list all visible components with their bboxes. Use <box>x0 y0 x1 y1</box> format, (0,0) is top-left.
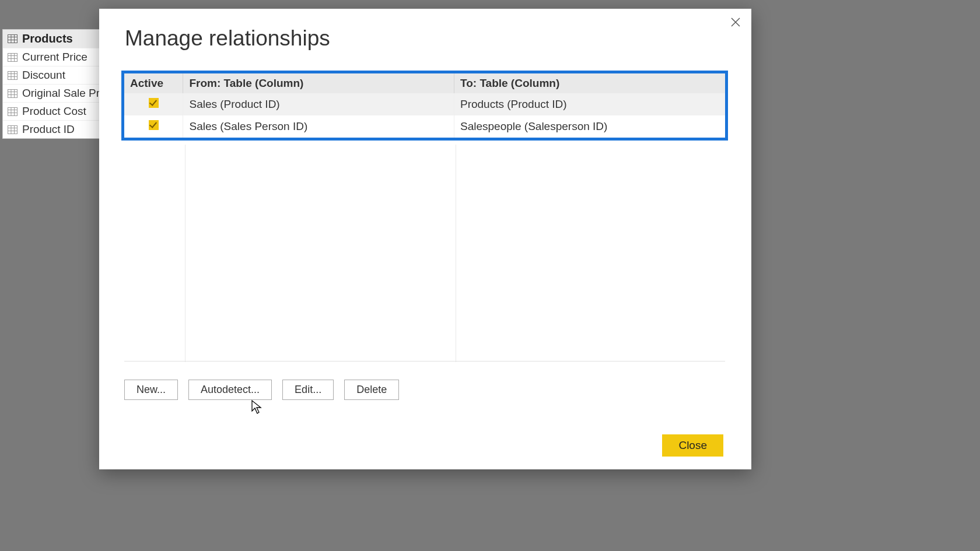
column-icon <box>8 125 18 134</box>
dialog-title: Manage relationships <box>125 26 330 51</box>
table-row[interactable]: Sales (Sales Person ID) Salespeople (Sal… <box>124 115 725 138</box>
relationships-table-highlight: Active From: Table (Column) To: Table (C… <box>121 71 728 141</box>
svg-rect-5 <box>8 53 18 61</box>
autodetect-button[interactable]: Autodetect... <box>188 380 272 400</box>
to-cell: Salespeople (Salesperson ID) <box>454 115 725 138</box>
field-row[interactable]: Product Cost <box>3 102 99 120</box>
svg-rect-0 <box>8 35 18 43</box>
field-label: Product ID <box>22 123 75 136</box>
from-cell: Sales (Product ID) <box>183 93 454 115</box>
from-cell: Sales (Sales Person ID) <box>183 115 454 138</box>
fields-panel: Products Current Price Discount Original… <box>2 29 100 139</box>
table-header[interactable]: Products <box>3 30 99 48</box>
action-button-row: New... Autodetect... Edit... Delete <box>124 380 399 400</box>
divider <box>185 145 186 362</box>
field-label: Product Cost <box>22 105 86 118</box>
field-label: Discount <box>22 69 65 82</box>
table-icon <box>8 34 18 43</box>
field-label: Original Sale Pri <box>22 87 99 100</box>
column-icon <box>8 107 18 116</box>
edit-button[interactable]: Edit... <box>282 380 334 400</box>
table-row[interactable]: Sales (Product ID) Products (Product ID) <box>124 93 725 115</box>
field-label: Current Price <box>22 51 88 64</box>
field-row[interactable]: Product ID <box>3 120 99 138</box>
field-row[interactable]: Discount <box>3 66 99 84</box>
field-row[interactable]: Original Sale Pri <box>3 84 99 102</box>
table-name: Products <box>22 32 73 45</box>
column-icon <box>8 53 18 62</box>
svg-rect-25 <box>8 125 18 134</box>
col-header-active[interactable]: Active <box>124 73 183 93</box>
relationships-table[interactable]: Active From: Table (Column) To: Table (C… <box>124 73 725 138</box>
col-header-to[interactable]: To: Table (Column) <box>454 73 725 93</box>
divider <box>124 361 725 362</box>
divider <box>456 145 456 362</box>
col-header-from[interactable]: From: Table (Column) <box>183 73 454 93</box>
field-row[interactable]: Current Price <box>3 48 99 66</box>
svg-rect-15 <box>8 89 18 97</box>
active-checkbox[interactable] <box>149 120 159 130</box>
column-icon <box>8 89 18 98</box>
close-button[interactable]: Close <box>662 434 723 457</box>
svg-rect-10 <box>8 71 18 79</box>
svg-rect-20 <box>8 107 18 115</box>
manage-relationships-dialog: Manage relationships Active From: Table … <box>99 9 751 469</box>
new-button[interactable]: New... <box>124 380 178 400</box>
column-icon <box>8 71 18 80</box>
close-icon[interactable] <box>726 12 746 32</box>
to-cell: Products (Product ID) <box>454 93 725 115</box>
cursor-icon <box>251 399 262 415</box>
active-checkbox[interactable] <box>149 98 159 108</box>
delete-button[interactable]: Delete <box>344 380 399 400</box>
